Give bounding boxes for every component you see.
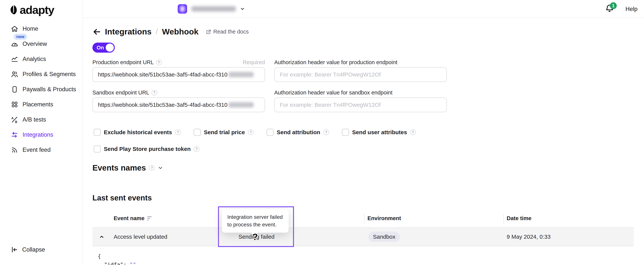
collapse-row-chevron-icon[interactable]	[98, 234, 105, 240]
event-name-cell: Access level updated	[114, 234, 168, 240]
event-payload-code: { "idfa": "",	[98, 252, 139, 265]
breadcrumb-parent[interactable]: Integrations	[105, 27, 152, 36]
sidebar-item-label: Profiles & Segments	[22, 71, 76, 78]
column-date-time: Date time	[507, 215, 532, 222]
help-cursor-icon: ?	[252, 232, 258, 242]
sidebar-item-home[interactable]: Home	[0, 21, 82, 36]
sidebar-item-ab-tests[interactable]: AB A/B tests	[0, 112, 82, 127]
tooltip-line: Integration server failed	[227, 213, 283, 221]
sandbox-url-input[interactable]: https://webhook.site/51bc53ae-3af5-4fad-…	[92, 97, 265, 112]
checkbox-send-attribution[interactable]: Send attribution ?	[266, 129, 329, 136]
adapty-logo-text: adapty	[20, 3, 54, 16]
new-badge: new	[14, 34, 27, 40]
sort-filter-icon[interactable]	[147, 216, 152, 221]
gauge-icon	[11, 40, 18, 48]
sidebar: adapty Home new Overview Analytics Profi…	[0, 0, 83, 265]
expand-events-chevron-icon[interactable]	[158, 165, 163, 171]
status-tooltip: Integration server failed to process the…	[222, 209, 289, 233]
line-chart-icon	[11, 55, 18, 63]
app-name-blurred	[191, 6, 236, 11]
sidebar-item-label: Analytics	[22, 56, 46, 62]
toggle-state-label: On	[96, 45, 104, 51]
sidebar-item-analytics[interactable]: Analytics	[0, 51, 82, 67]
auth-production-label: Authorization header value for productio…	[274, 59, 398, 65]
feed-icon	[11, 146, 18, 154]
people-icon	[11, 70, 18, 78]
auth-production-field	[274, 67, 447, 82]
notifications-button[interactable]: 1	[605, 4, 616, 15]
help-icon[interactable]: ?	[410, 129, 416, 135]
events-names-section: Events names ?	[92, 163, 163, 172]
svg-text:B: B	[15, 120, 17, 124]
column-divider	[504, 213, 504, 224]
date-time-cell: 9 May 2024, 0:33	[507, 234, 550, 240]
auth-sandbox-field	[274, 97, 447, 112]
sidebar-item-label: A/B tests	[22, 116, 46, 123]
event-row[interactable]: Access level updated Sending failed Sand…	[92, 227, 634, 246]
topbar: 1 Help App settings Account	[83, 0, 644, 18]
phone-icon	[11, 86, 18, 93]
checkbox[interactable]	[342, 129, 349, 136]
auth-production-input[interactable]	[280, 71, 441, 78]
sidebar-item-label: Placements	[22, 101, 53, 108]
adapty-logo[interactable]: adapty	[10, 3, 54, 16]
help-icon[interactable]: ?	[175, 129, 181, 135]
integrations-arrows-icon	[11, 131, 18, 139]
column-event-name[interactable]: Event name	[114, 215, 152, 222]
code-key: "idfa"	[104, 262, 123, 265]
breadcrumb: Integrations / Webhook Read the docs	[92, 27, 249, 36]
events-names-title: Events names	[92, 163, 146, 172]
production-url-input[interactable]: https://webhook.site/51bc53ae-3af5-4fad-…	[92, 67, 265, 82]
sidebar-item-label: Integrations	[22, 131, 53, 138]
read-docs-link[interactable]: Read the docs	[206, 28, 249, 35]
table-header: Event name Environment Date time	[92, 213, 634, 224]
notification-count-badge: 1	[610, 2, 617, 9]
help-icon[interactable]: ?	[149, 165, 154, 171]
adapty-logo-icon	[10, 5, 18, 15]
sidebar-item-label: Home	[22, 25, 38, 32]
column-environment: Environment	[368, 215, 401, 222]
checkbox-send-play-store-token[interactable]: Send Play Store purchase token ?	[94, 145, 199, 153]
nav-help[interactable]: Help	[626, 0, 638, 18]
sidebar-item-overview[interactable]: new Overview	[0, 36, 82, 51]
help-icon[interactable]: ?	[248, 129, 254, 135]
checkbox[interactable]	[94, 129, 101, 136]
webhook-enabled-toggle[interactable]: On	[92, 43, 115, 53]
auth-sandbox-label: Authorization header value for sandbox e…	[274, 89, 392, 96]
sidebar-item-profiles-segments[interactable]: Profiles & Segments	[0, 67, 82, 82]
collapse-label: Collapse	[22, 246, 45, 253]
code-value: ""	[130, 262, 136, 265]
checkbox[interactable]	[94, 145, 101, 153]
checkbox-row-1: Exclude historical events ? Send trial p…	[94, 129, 416, 136]
help-icon[interactable]: ?	[152, 90, 157, 96]
sidebar-item-label: Paywalls & Products	[22, 86, 76, 93]
sidebar-nav: Home new Overview Analytics Profiles & S…	[0, 21, 82, 158]
help-icon[interactable]: ?	[156, 60, 162, 65]
sidebar-item-event-feed[interactable]: Event feed	[0, 142, 82, 158]
checkbox[interactable]	[194, 129, 201, 136]
collapse-icon	[11, 246, 18, 253]
app-selector[interactable]	[178, 4, 245, 14]
auth-sandbox-input[interactable]	[280, 102, 441, 108]
checkbox-send-user-attributes[interactable]: Send user attributes ?	[342, 129, 416, 136]
sidebar-item-label: Overview	[22, 40, 47, 47]
main-content: Integrations / Webhook Read the docs On …	[83, 18, 644, 265]
sidebar-item-integrations[interactable]: Integrations	[0, 127, 82, 142]
svg-text:A: A	[11, 117, 14, 120]
blurred-url-suffix	[228, 102, 254, 107]
checkbox-exclude-historical[interactable]: Exclude historical events ?	[94, 129, 181, 136]
checkbox-send-trial-price[interactable]: Send trial price ?	[194, 129, 254, 136]
sidebar-item-label: Event feed	[22, 147, 50, 153]
sidebar-item-paywalls-products[interactable]: Paywalls & Products	[0, 82, 82, 97]
sidebar-item-placements[interactable]: Placements	[0, 97, 82, 112]
collapse-sidebar-button[interactable]: Collapse	[11, 246, 45, 253]
help-icon[interactable]: ?	[194, 146, 199, 152]
environment-badge: Sandbox	[368, 232, 400, 242]
back-arrow-icon[interactable]	[92, 27, 101, 36]
required-hint: Required	[238, 59, 265, 65]
production-url-label: Production endpoint URL ?	[92, 59, 162, 65]
grid-icon	[11, 101, 18, 108]
blurred-url-suffix	[228, 72, 254, 77]
help-icon[interactable]: ?	[323, 129, 329, 135]
checkbox[interactable]	[266, 129, 274, 136]
